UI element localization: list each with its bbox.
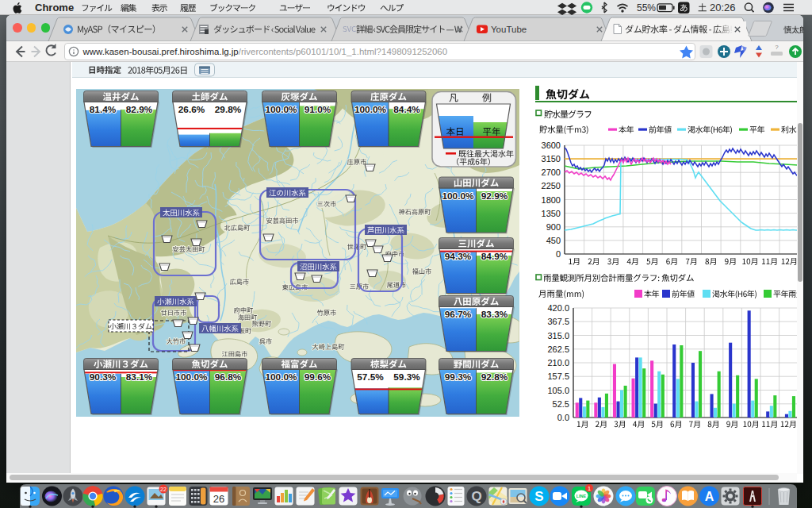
svg-text:Q: Q <box>471 489 481 504</box>
svg-text:1800: 1800 <box>542 195 561 205</box>
svg-text:S: S <box>534 489 543 504</box>
svg-text:1350: 1350 <box>542 209 561 218</box>
svg-text:YouTube: YouTube <box>491 25 527 34</box>
svg-text:84.9%: 84.9% <box>481 251 508 262</box>
svg-text:Chrome: Chrome <box>35 2 74 13</box>
svg-text:100.0%: 100.0% <box>265 371 297 383</box>
svg-text:157.5: 157.5 <box>547 371 569 381</box>
svg-text:92.9%: 92.9% <box>481 190 508 202</box>
svg-text:26: 26 <box>213 493 224 505</box>
svg-text:367.5: 367.5 <box>547 317 569 326</box>
svg-text:262.5: 262.5 <box>547 344 569 354</box>
svg-text:90.3%: 90.3% <box>90 371 117 383</box>
svg-text:100.0%: 100.0% <box>175 371 208 383</box>
svg-text:20:26: 20:26 <box>710 2 736 13</box>
svg-text:52.5: 52.5 <box>553 399 569 409</box>
svg-text:83.3%: 83.3% <box>481 309 508 320</box>
svg-text:3600: 3600 <box>542 140 561 150</box>
svg-text:99.6%: 99.6% <box>304 371 331 383</box>
svg-text:29.8%: 29.8% <box>215 104 242 115</box>
svg-text:2250: 2250 <box>542 181 561 190</box>
svg-text:81.4%: 81.4% <box>90 104 117 115</box>
svg-text:26.6%: 26.6% <box>178 104 205 115</box>
svg-text:420.0: 420.0 <box>547 303 569 313</box>
svg-text:94.3%: 94.3% <box>445 251 472 262</box>
svg-text:2700: 2700 <box>542 167 561 177</box>
svg-text:450: 450 <box>546 236 561 245</box>
svg-text:96.7%: 96.7% <box>445 309 472 320</box>
svg-text:100.0%: 100.0% <box>265 104 297 115</box>
svg-text:A: A <box>705 490 714 503</box>
svg-text:84.4%: 84.4% <box>393 104 420 115</box>
svg-text:22: 22 <box>160 487 167 492</box>
svg-text:100.0%: 100.0% <box>442 190 474 202</box>
svg-text:315.0: 315.0 <box>547 331 569 341</box>
svg-text:91.0%: 91.0% <box>304 104 331 115</box>
svg-text:83.1%: 83.1% <box>126 371 153 383</box>
svg-text:100.0%: 100.0% <box>354 104 387 115</box>
svg-text:900: 900 <box>546 222 561 232</box>
svg-text:105.0: 105.0 <box>547 386 569 395</box>
svg-text:59.3%: 59.3% <box>393 371 420 383</box>
svg-text:55%: 55% <box>637 2 656 13</box>
svg-text:57.5%: 57.5% <box>357 371 384 383</box>
svg-text:0: 0 <box>556 249 561 259</box>
svg-text:96.8%: 96.8% <box>215 371 242 383</box>
svg-text:www.kasen-bousai.pref.hiroshim: www.kasen-bousai.pref.hiroshima.lg.jp/ri… <box>82 47 448 56</box>
svg-text:LINE: LINE <box>576 494 587 498</box>
svg-text:3150: 3150 <box>542 154 561 164</box>
svg-text:0.0: 0.0 <box>557 413 569 422</box>
svg-text:82.9%: 82.9% <box>126 104 153 115</box>
svg-text:92.8%: 92.8% <box>481 371 508 383</box>
svg-text:99.3%: 99.3% <box>445 371 472 383</box>
svg-text:210.0: 210.0 <box>547 358 569 368</box>
svg-text:?: ? <box>775 44 779 51</box>
svg-text:1: 1 <box>588 485 591 492</box>
